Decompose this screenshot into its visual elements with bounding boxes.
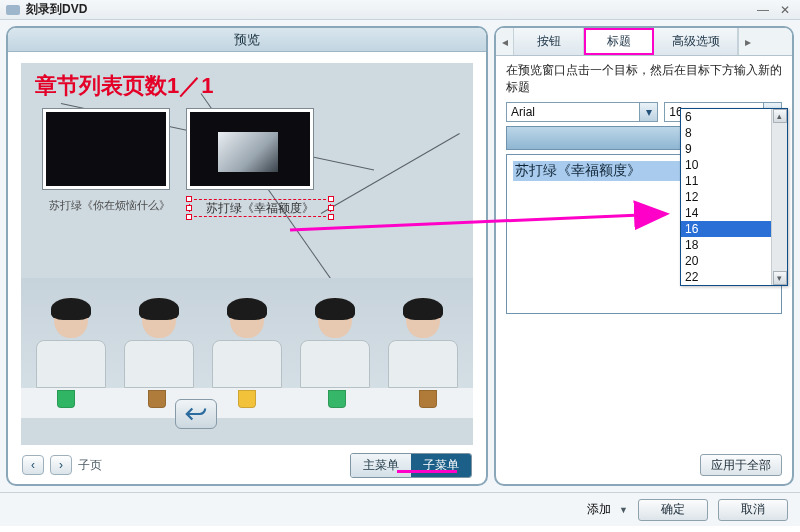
selected-caption-box[interactable]: 苏打绿《幸福额度》	[189, 199, 331, 217]
font-size-scrollbar[interactable]: ▴ ▾	[771, 109, 787, 285]
sidebar: ◂ 按钮 标题 高级选项 ▸ 在预览窗口点击一个目标，然后在目标下方输入新的标题…	[494, 26, 794, 486]
annotation-underline	[397, 470, 457, 473]
sidebar-tab-advanced[interactable]: 高级选项	[654, 28, 738, 55]
sidebar-tab-caption[interactable]: 标题	[584, 28, 654, 55]
ok-button[interactable]: 确定	[638, 499, 708, 521]
sidebar-tabs: ◂ 按钮 标题 高级选项 ▸	[496, 28, 792, 56]
font-family-combo[interactable]: Arial ▾	[506, 102, 658, 122]
add-dropdown[interactable]: 添加 ▼	[587, 501, 628, 518]
back-button[interactable]	[175, 399, 217, 429]
pager-label: 子页	[78, 457, 102, 474]
font-family-dropdown[interactable]: ▾	[639, 103, 657, 121]
thumb-1-caption: 苏打绿《你在烦恼什么》	[46, 198, 172, 213]
add-label: 添加	[587, 501, 611, 518]
cancel-button[interactable]: 取消	[718, 499, 788, 521]
tab-sub-menu[interactable]: 子菜单	[411, 454, 471, 477]
tabs-scroll-left[interactable]: ◂	[496, 28, 514, 55]
preview-canvas[interactable]: 章节列表页数1／1 苏打绿《你在烦恼什么》 苏打绿《幸福额度》	[21, 63, 473, 445]
titlebar: 刻录到DVD — ✕	[0, 0, 800, 20]
sidebar-tab-button[interactable]: 按钮	[514, 28, 584, 55]
preview-body: 章节列表页数1／1 苏打绿《你在烦恼什么》 苏打绿《幸福额度》	[16, 58, 478, 450]
close-button[interactable]: ✕	[776, 3, 794, 17]
tab-main-menu[interactable]: 主菜单	[351, 454, 411, 477]
font-family-value: Arial	[507, 105, 639, 119]
preview-header: 预览	[8, 28, 486, 52]
tabs-scroll-right[interactable]: ▸	[738, 28, 756, 55]
app-icon	[6, 5, 20, 15]
chapter-thumb-2[interactable]	[187, 109, 313, 189]
apply-all-button[interactable]: 应用于全部	[700, 454, 782, 476]
minimize-button[interactable]: —	[754, 3, 772, 17]
font-size-list[interactable]: 6 8 9 10 11 12 14 16 18 20 22 ▴ ▾	[680, 108, 788, 286]
sidebar-instruction: 在预览窗口点击一个目标，然后在目标下方输入新的标题	[496, 56, 792, 102]
pager: ‹ › 子页	[22, 455, 102, 475]
menu-tabs: 主菜单 子菜单	[350, 453, 472, 478]
window-title: 刻录到DVD	[26, 1, 750, 18]
background-cups	[21, 388, 473, 418]
chevron-down-icon: ▼	[619, 505, 628, 515]
selected-caption-text: 苏打绿《幸福额度》	[206, 200, 314, 217]
scroll-down-icon[interactable]: ▾	[773, 271, 787, 285]
chapter-thumb-1[interactable]: 苏打绿《你在烦恼什么》	[43, 109, 169, 189]
preview-panel: 预览 章节列表页数1／1 苏打绿《你在烦恼什么》 苏打绿《幸福额度》	[6, 26, 488, 486]
pager-prev[interactable]: ‹	[22, 455, 44, 475]
preview-footer: ‹ › 子页 主菜单 子菜单	[16, 452, 478, 478]
pager-next[interactable]: ›	[50, 455, 72, 475]
page-counter: 章节列表页数1／1	[35, 71, 213, 101]
background-illustration	[21, 278, 473, 388]
back-icon	[185, 405, 207, 423]
footer-bar: 添加 ▼ 确定 取消	[0, 492, 800, 526]
scroll-up-icon[interactable]: ▴	[773, 109, 787, 123]
